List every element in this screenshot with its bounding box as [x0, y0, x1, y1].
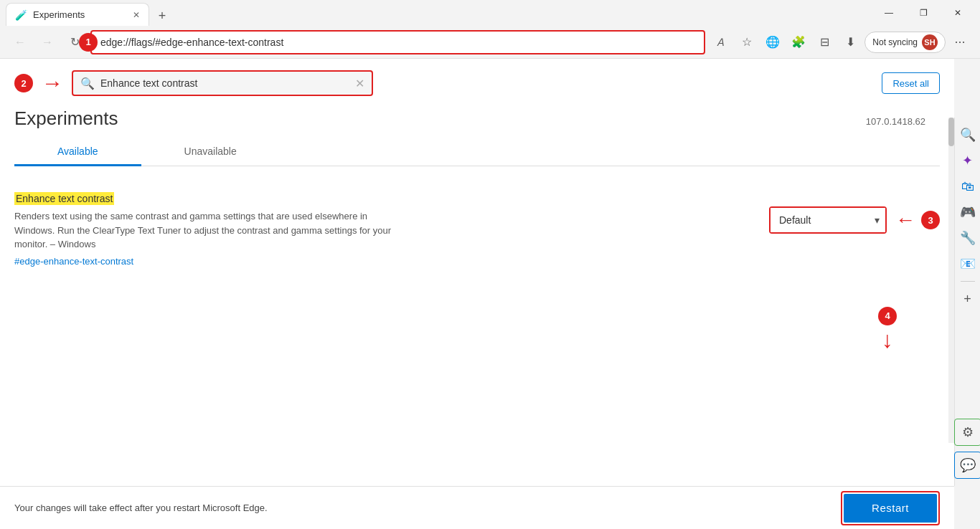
sidebar-outlook-icon[interactable]: 📧 — [956, 252, 979, 275]
tab-unavailable[interactable]: Unavailable — [141, 138, 280, 166]
step4-area: 4 ↓ — [878, 307, 897, 351]
flag-link[interactable]: #edge-enhance-text-contrast — [14, 256, 755, 267]
step3-group: ← 3 — [895, 209, 940, 232]
flag-select[interactable]: Default Enabled Disabled — [771, 208, 885, 232]
page-title: Experiments — [14, 108, 118, 130]
search-input[interactable] — [100, 77, 349, 89]
favorites-button[interactable]: ☆ — [735, 31, 758, 54]
search-input-wrapper: 🔍 ✕ — [72, 70, 373, 96]
step2-arrow: → — [42, 71, 63, 95]
scrollbar-thumb[interactable] — [948, 118, 954, 146]
flag-select-wrapper: Default Enabled Disabled ▾ — [769, 206, 887, 234]
bottom-message: Your changes will take effect after you … — [14, 502, 268, 513]
tab-close-button[interactable]: ✕ — [133, 10, 140, 20]
tab-area: 🧪 Experiments ✕ + — [6, 0, 870, 26]
restore-button[interactable]: ❐ — [907, 1, 940, 24]
flag-info: Enhance text contrast Renders text using… — [14, 192, 755, 267]
restart-wrapper: Restart — [841, 491, 940, 525]
split-button[interactable]: ⊟ — [813, 31, 836, 54]
search-area: 2 → 🔍 ✕ Reset all — [0, 59, 954, 108]
clear-search-button[interactable]: ✕ — [355, 77, 364, 90]
step4-arrow-down: ↓ — [882, 328, 893, 351]
minimize-button[interactable]: — — [872, 1, 905, 24]
page-header: Experiments 107.0.1418.62 — [0, 108, 954, 138]
address-bar-wrapper: 1 — [90, 30, 705, 54]
window-controls: — ❐ ✕ — [872, 1, 974, 24]
back-button[interactable]: ← — [9, 31, 32, 54]
restart-button[interactable]: Restart — [844, 494, 937, 523]
step4-spacer: 4 ↓ — [0, 292, 954, 436]
step2-badge: 2 — [14, 74, 33, 92]
close-button[interactable]: ✕ — [941, 1, 974, 24]
flag-description: Renders text using the same contrast and… — [14, 209, 395, 252]
tab-title: Experiments — [33, 9, 85, 20]
flag-name: Enhance text contrast — [14, 192, 114, 205]
sync-button[interactable]: Not syncing SH — [864, 32, 946, 53]
toolbar-icons: 𝘈 ☆ 🌐 🧩 ⊟ ⬇ Not syncing SH ··· — [710, 31, 971, 54]
sidebar-divider — [961, 281, 975, 282]
step3-badge: 3 — [921, 211, 940, 229]
forward-button[interactable]: → — [36, 31, 59, 54]
toolbar: ← → ↻ 1 𝘈 ☆ 🌐 🧩 ⊟ ⬇ Not syncing SH ··· — [0, 26, 980, 59]
profile-button[interactable]: 🌐 — [761, 31, 784, 54]
search-icon: 🔍 — [80, 77, 95, 90]
sidebar-settings-wrapper: ⚙ — [954, 419, 981, 446]
scrollbar[interactable] — [948, 118, 954, 443]
sidebar-search-icon[interactable]: 🔍 — [956, 123, 979, 146]
address-input[interactable] — [90, 30, 705, 54]
step1-badge: 1 — [79, 33, 98, 52]
flag-item: Enhance text contrast Renders text using… — [14, 184, 940, 275]
title-bar: 🧪 Experiments ✕ + — ❐ ✕ — [0, 0, 980, 26]
downloads-button[interactable]: ⬇ — [839, 31, 862, 54]
sidebar-shopping-icon[interactable]: 🛍 — [956, 175, 979, 198]
sidebar-feedback-icon[interactable]: 💬 — [956, 454, 979, 477]
step3-arrow: ← — [895, 209, 915, 232]
sync-text: Not syncing — [872, 37, 918, 47]
step4-badge: 4 — [878, 307, 897, 325]
extensions-button[interactable]: 🧩 — [787, 31, 810, 54]
more-button[interactable]: ··· — [948, 31, 971, 54]
tabs-bar: Available Unavailable — [14, 138, 940, 166]
sidebar-add-icon[interactable]: + — [956, 287, 979, 310]
tab-icon: 🧪 — [15, 9, 27, 21]
active-tab[interactable]: 🧪 Experiments ✕ — [6, 3, 149, 26]
tab-available[interactable]: Available — [14, 138, 141, 166]
main-content: 2 → 🔍 ✕ Reset all Experiments 107.0.1418… — [0, 59, 954, 486]
avatar: SH — [922, 34, 938, 50]
sidebar-settings-icon[interactable]: ⚙ — [956, 421, 979, 444]
main-area: 2 → 🔍 ✕ Reset all Experiments 107.0.1418… — [0, 59, 980, 486]
reset-all-button[interactable]: Reset all — [882, 72, 940, 94]
sidebar-discover-icon[interactable]: ✦ — [956, 149, 979, 172]
version-text: 107.0.1418.62 — [866, 116, 925, 127]
flags-content: Enhance text contrast Renders text using… — [0, 166, 954, 292]
sidebar-feedback-wrapper: 💬 — [954, 452, 981, 479]
sidebar-right: 🔍 ✦ 🛍 🎮 🔧 📧 + ⚙ 💬 — [954, 118, 980, 486]
dropdown-area: Default Enabled Disabled ▾ ← 3 — [769, 206, 940, 234]
new-tab-button[interactable]: + — [152, 6, 172, 26]
sidebar-games-icon[interactable]: 🎮 — [956, 201, 979, 224]
read-aloud-button[interactable]: 𝘈 — [710, 31, 732, 54]
sidebar-tools-icon[interactable]: 🔧 — [956, 227, 979, 249]
bottom-bar: Your changes will take effect after you … — [0, 486, 954, 529]
